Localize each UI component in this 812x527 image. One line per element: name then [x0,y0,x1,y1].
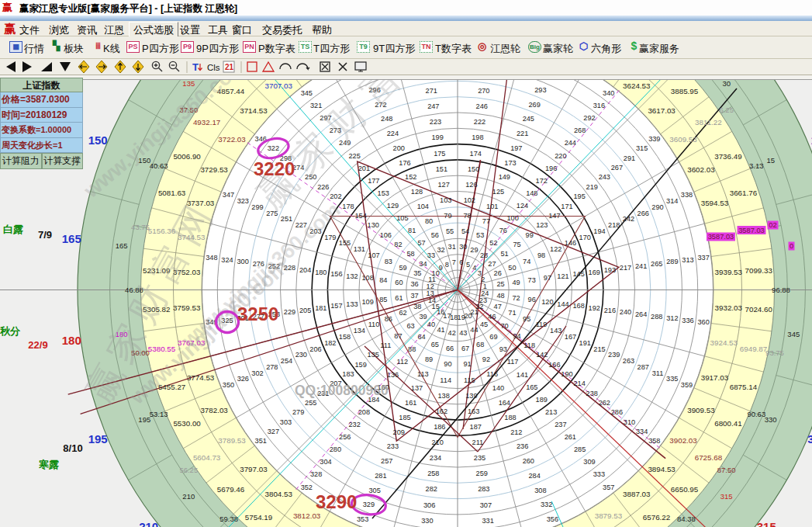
svg-text:62: 62 [399,309,406,317]
svg-text:3736.49: 3736.49 [714,152,741,161]
svg-text:40: 40 [427,321,435,328]
svg-text:244: 244 [565,139,576,147]
svg-text:210: 210 [431,439,443,446]
svg-text:133: 133 [346,300,358,308]
svg-text:161: 161 [405,399,416,407]
svg-text:寒露: 寒露 [38,459,59,470]
svg-text:305: 305 [368,487,380,494]
svg-text:260: 260 [523,457,534,465]
svg-text:283: 283 [478,485,489,493]
svg-text:33: 33 [427,251,435,259]
svg-text:78: 78 [463,212,471,220]
svg-text:109: 109 [361,298,373,306]
svg-text:49: 49 [512,279,520,286]
svg-text:262: 262 [599,399,610,407]
svg-text:270: 270 [478,87,489,95]
svg-text:59: 59 [399,264,406,272]
svg-text:5754.19: 5754.19 [245,513,272,522]
svg-text:204: 204 [299,266,311,274]
svg-text:89: 89 [425,355,433,363]
svg-text:3811.22: 3811.22 [695,118,722,127]
svg-text:308: 308 [534,487,546,494]
svg-text:3902.03: 3902.03 [669,436,697,445]
svg-text:135: 135 [182,79,195,88]
svg-text:T: T [192,61,199,73]
svg-text:87: 87 [394,332,402,340]
svg-text:299: 299 [251,203,263,211]
svg-text:120: 120 [541,298,553,306]
svg-text:247: 247 [427,102,439,110]
svg-text:4: 4 [472,264,476,272]
svg-text:198: 198 [472,133,483,141]
svg-text:8: 8 [445,261,449,269]
svg-text:96.88: 96.88 [772,286,790,294]
svg-text:285: 285 [574,446,586,453]
svg-text:258: 258 [427,470,439,477]
svg-text:195: 195 [88,432,108,446]
svg-text:350: 350 [223,381,234,389]
svg-text:91: 91 [463,360,471,368]
svg-text:235: 235 [474,454,485,462]
svg-text:54: 54 [461,227,469,235]
svg-text:282: 282 [426,485,437,493]
svg-text:201: 201 [358,165,370,172]
svg-text:293: 293 [534,86,546,94]
svg-text:121: 121 [557,272,568,280]
svg-text:129: 129 [387,202,399,210]
svg-text:279: 279 [292,408,304,416]
svg-text:37: 37 [410,292,418,300]
svg-text:53: 53 [476,231,484,239]
svg-text:3587.03: 3587.03 [708,233,734,241]
svg-text:128: 128 [411,188,423,196]
svg-text:159: 159 [354,361,366,369]
svg-text:5530.00: 5530.00 [173,419,201,428]
svg-text:205: 205 [299,307,311,314]
svg-text:3624.53: 3624.53 [623,81,651,90]
svg-text:167: 167 [565,333,576,341]
svg-text:4932.17: 4932.17 [193,118,220,127]
svg-text:22/9: 22/9 [28,339,47,351]
svg-text:192: 192 [589,304,600,312]
svg-text:80: 80 [425,217,433,225]
svg-text:220: 220 [555,152,566,160]
svg-text:117: 117 [507,358,519,366]
svg-text:3759.53: 3759.53 [173,303,201,312]
svg-text:148: 148 [526,189,537,197]
svg-text:7: 7 [452,258,456,266]
svg-text:7024.60: 7024.60 [745,305,772,314]
svg-text:31: 31 [448,243,456,251]
svg-text:83: 83 [385,258,392,265]
svg-text:215: 215 [593,345,605,353]
svg-text:6650.95: 6650.95 [671,485,699,494]
svg-text:162: 162 [436,407,447,415]
svg-text:176: 176 [399,159,410,167]
svg-text:7/9: 7/9 [38,229,52,241]
svg-text:347: 347 [223,191,234,199]
svg-text:335: 335 [666,375,678,383]
svg-text:163: 163 [468,407,479,415]
svg-text:52: 52 [489,239,497,247]
svg-text:153: 153 [378,189,389,197]
svg-text:182: 182 [324,339,336,347]
svg-text:82: 82 [394,241,402,248]
svg-text:351: 351 [255,437,267,445]
svg-text:3782.03: 3782.03 [200,406,228,414]
svg-text:61: 61 [395,294,403,302]
svg-text:141: 141 [517,371,528,379]
svg-text:123: 123 [536,221,548,229]
svg-text:175: 175 [434,150,445,158]
svg-text:26: 26 [494,269,502,277]
svg-text:165: 165 [62,232,81,245]
svg-text:263: 263 [623,357,634,365]
svg-text:315: 315 [720,492,733,501]
svg-text:311: 311 [652,369,664,377]
svg-text:242: 242 [623,215,634,223]
svg-text:286: 286 [611,408,623,416]
svg-text:111: 111 [380,342,391,349]
svg-text:251: 251 [281,215,292,223]
svg-text:180: 180 [315,269,327,276]
svg-text:98: 98 [537,251,545,259]
svg-text:124: 124 [517,202,528,210]
svg-text:3812.03: 3812.03 [293,511,321,520]
svg-text:206: 206 [309,345,321,353]
